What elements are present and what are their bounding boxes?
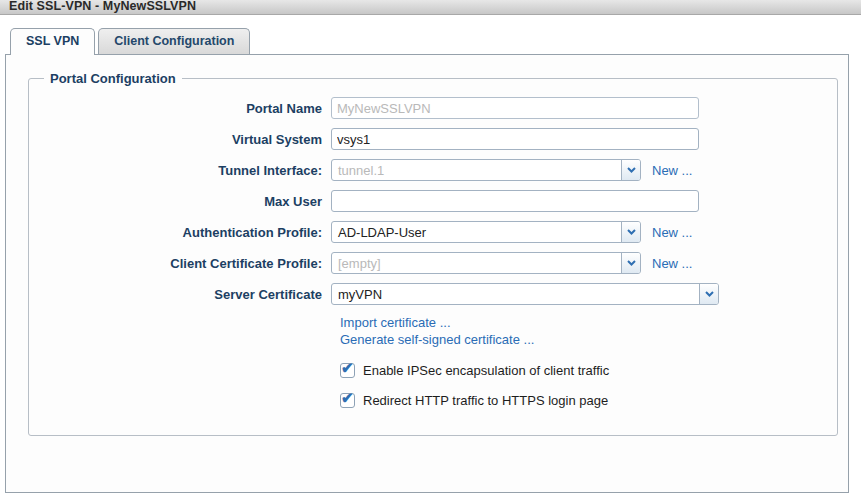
authentication-profile-row: Authentication Profile: AD-LDAP-User New…: [39, 221, 827, 243]
tunnel-interface-new-link[interactable]: New ...: [652, 163, 692, 178]
max-user-row: Max User: [39, 190, 827, 212]
chevron-down-icon: [705, 291, 714, 297]
ipsec-encapsulation-checkbox[interactable]: [340, 363, 355, 378]
generate-self-signed-certificate-link[interactable]: Generate self-signed certificate ...: [340, 331, 827, 348]
virtual-system-label: Virtual System: [39, 132, 331, 147]
tab-client-configuration[interactable]: Client Configuration: [98, 28, 250, 54]
client-certificate-profile-value: [empty]: [332, 253, 621, 273]
portal-name-label: Portal Name: [39, 101, 331, 116]
authentication-profile-value: AD-LDAP-User: [332, 222, 621, 242]
tunnel-interface-dropdown-button[interactable]: [621, 160, 640, 180]
client-certificate-profile-dropdown-button[interactable]: [621, 253, 640, 273]
tab-bar: SSL VPN Client Configuration: [0, 15, 861, 54]
server-certificate-dropdown[interactable]: myVPN: [331, 283, 719, 305]
portal-configuration-legend: Portal Configuration: [44, 71, 182, 86]
chevron-down-icon: [627, 260, 636, 266]
max-user-input[interactable]: [331, 190, 699, 212]
authentication-profile-new-link[interactable]: New ...: [652, 225, 692, 240]
client-certificate-profile-label: Client Certificate Profile:: [39, 256, 331, 271]
chevron-down-icon: [627, 167, 636, 173]
server-certificate-row: Server Certificate myVPN: [39, 283, 827, 305]
ipsec-encapsulation-label: Enable IPSec encapsulation of client tra…: [363, 363, 609, 378]
client-certificate-profile-new-link[interactable]: New ...: [652, 256, 692, 271]
virtual-system-input[interactable]: [331, 128, 699, 150]
redirect-http-label: Redirect HTTP traffic to HTTPS login pag…: [363, 393, 608, 408]
dialog-titlebar: Edit SSL-VPN - MyNewSSLVPN: [0, 0, 861, 15]
authentication-profile-dropdown[interactable]: AD-LDAP-User: [331, 221, 641, 243]
authentication-profile-dropdown-button[interactable]: [621, 222, 640, 242]
portal-name-input[interactable]: [331, 97, 699, 119]
import-certificate-link[interactable]: Import certificate ...: [340, 314, 827, 331]
tunnel-interface-value: tunnel.1: [332, 160, 621, 180]
tab-ssl-vpn[interactable]: SSL VPN: [10, 28, 95, 55]
server-certificate-value: myVPN: [332, 284, 699, 304]
dialog-title: Edit SSL-VPN - MyNewSSLVPN: [9, 0, 852, 15]
portal-name-row: Portal Name: [39, 97, 827, 119]
max-user-label: Max User: [39, 194, 331, 209]
server-certificate-label: Server Certificate: [39, 287, 331, 302]
client-certificate-profile-row: Client Certificate Profile: [empty] New …: [39, 252, 827, 274]
tab-ssl-vpn-label: SSL VPN: [26, 34, 79, 48]
portal-configuration-group: Portal Configuration Portal Name Virtual…: [28, 71, 838, 436]
virtual-system-row: Virtual System: [39, 128, 827, 150]
tunnel-interface-dropdown[interactable]: tunnel.1: [331, 159, 641, 181]
tunnel-interface-label: Tunnel Interface:: [39, 163, 331, 178]
redirect-http-row: Redirect HTTP traffic to HTTPS login pag…: [340, 393, 827, 408]
server-certificate-dropdown-button[interactable]: [699, 284, 718, 304]
redirect-http-checkbox[interactable]: [340, 393, 355, 408]
certificate-links: Import certificate ... Generate self-sig…: [340, 314, 827, 348]
chevron-down-icon: [627, 229, 636, 235]
client-certificate-profile-dropdown[interactable]: [empty]: [331, 252, 641, 274]
tab-content-panel: Portal Configuration Portal Name Virtual…: [5, 54, 849, 493]
tunnel-interface-row: Tunnel Interface: tunnel.1 New ...: [39, 159, 827, 181]
ipsec-encapsulation-row: Enable IPSec encapsulation of client tra…: [340, 363, 827, 378]
authentication-profile-label: Authentication Profile:: [39, 225, 331, 240]
tab-client-configuration-label: Client Configuration: [114, 34, 234, 48]
